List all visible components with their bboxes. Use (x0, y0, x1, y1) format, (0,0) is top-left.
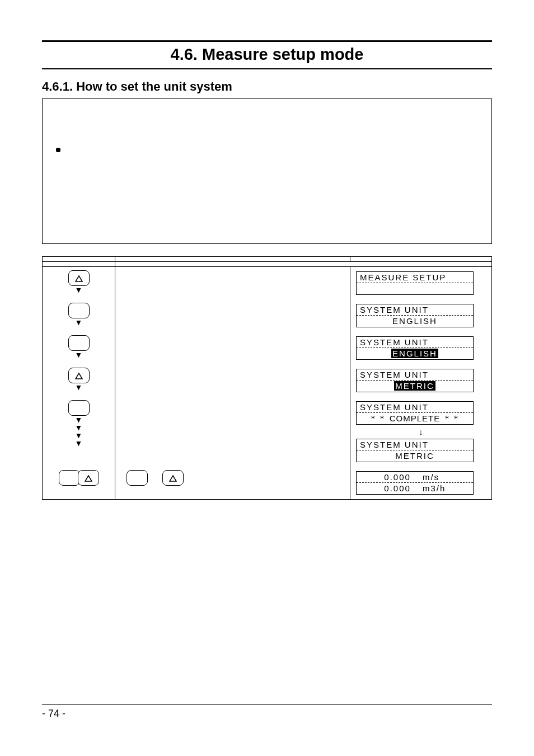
description-box (42, 98, 492, 244)
flow-arrow-icon: ▼ (75, 383, 83, 391)
up-key-button[interactable] (162, 470, 184, 486)
table-row: ▼ SYSTEM UNIT ENGLISH (43, 332, 492, 364)
lcd-display: SYSTEM UNIT ＊＊ COMPLETE ＊＊ (356, 401, 474, 425)
chapter-title: 4.6. Measure setup mode (42, 40, 492, 69)
lcd-line: 0.000 m/s (357, 472, 473, 483)
col-ind-header (350, 257, 492, 262)
flow-arrow-icon: ▼ (75, 424, 83, 431)
lcd-unit: m/s (417, 472, 470, 482)
lcd-display: SYSTEM UNIT METRIC (356, 369, 474, 392)
flow-arrow-icon: ▼ (75, 416, 83, 424)
svg-marker-1 (76, 373, 82, 379)
col-op-subheader (115, 262, 492, 267)
enter-key-button[interactable] (68, 400, 90, 416)
table-row: ▼ ▼ ▼ ▼ SYSTEM UNIT ＊＊ COMPLETE ＊＊ ↓ SYS… (43, 397, 492, 467)
lcd-unit: m3/h (417, 483, 470, 494)
up-key-button[interactable] (78, 470, 99, 486)
lcd-inverted-text: METRIC (394, 381, 435, 391)
lcd-line: SYSTEM UNIT (357, 369, 473, 381)
table-row: ▼ MEASURE SETUP (43, 267, 492, 300)
table-subheader-row (43, 262, 492, 267)
flow-arrow-icon: ▼ (75, 318, 83, 326)
flow-arrow-icon: ▼ (75, 351, 83, 359)
down-arrow-icon: ↓ (356, 426, 486, 438)
page-number: - 74 - (42, 704, 492, 720)
lcd-value: 0.000 (360, 483, 417, 494)
up-key-button[interactable] (68, 270, 90, 286)
op-cell (115, 364, 350, 397)
lcd-display: SYSTEM UNIT ENGLISH (356, 304, 474, 327)
lcd-line: SYSTEM UNIT (357, 402, 473, 413)
table-row: ▼ SYSTEM UNIT METRIC (43, 364, 492, 397)
lcd-display: SYSTEM UNIT ENGLISH (356, 336, 474, 360)
lcd-line: METRIC (357, 381, 473, 392)
lcd-line: MEASURE SETUP (357, 272, 473, 283)
flow-arrow-icon: ▼ (75, 431, 83, 439)
table-row: ▼ SYSTEM UNIT ENGLISH (43, 299, 492, 332)
flow-arrow-icon: ▼ (75, 286, 83, 294)
procedure-table: ▼ MEASURE SETUP ▼ SY (42, 256, 492, 500)
lcd-display: 0.000 m/s 0.000 m3/h (356, 471, 474, 495)
op-cell (115, 397, 350, 467)
op-cell (115, 332, 350, 364)
lcd-line: ＊＊ COMPLETE ＊＊ (357, 413, 473, 424)
col-key-subheader (43, 262, 115, 267)
lcd-value: 0.000 (360, 472, 417, 482)
col-op-header (115, 257, 350, 262)
lcd-line: SYSTEM UNIT (357, 337, 473, 348)
lcd-line: SYSTEM UNIT (357, 439, 473, 450)
up-key-button[interactable] (68, 368, 90, 383)
svg-marker-0 (76, 276, 82, 281)
lcd-line: ENGLISH (357, 316, 473, 327)
enter-key-button[interactable] (59, 470, 80, 486)
flow-arrow-icon: ▼ (75, 439, 83, 447)
svg-marker-2 (85, 476, 92, 481)
lcd-line (357, 283, 473, 294)
lcd-line: ENGLISH (357, 348, 473, 359)
table-header-row (43, 257, 492, 262)
table-row: 0.000 m/s 0.000 m3/h (43, 467, 492, 500)
lcd-display: MEASURE SETUP (356, 271, 474, 295)
section-title: 4.6.1. How to set the unit system (42, 79, 492, 94)
lcd-inverted-text: ENGLISH (391, 349, 438, 358)
enter-key-button[interactable] (127, 470, 148, 486)
enter-key-button[interactable] (68, 303, 90, 318)
enter-key-button[interactable] (68, 335, 90, 351)
op-cell (115, 299, 350, 332)
lcd-line: SYSTEM UNIT (357, 304, 473, 316)
op-cell (115, 467, 350, 500)
svg-marker-3 (170, 476, 176, 481)
lcd-display: SYSTEM UNIT METRIC (356, 439, 474, 462)
op-cell (115, 267, 350, 300)
col-key-header (43, 257, 115, 262)
lcd-line: METRIC (357, 450, 473, 462)
lcd-line: 0.000 m3/h (357, 483, 473, 494)
